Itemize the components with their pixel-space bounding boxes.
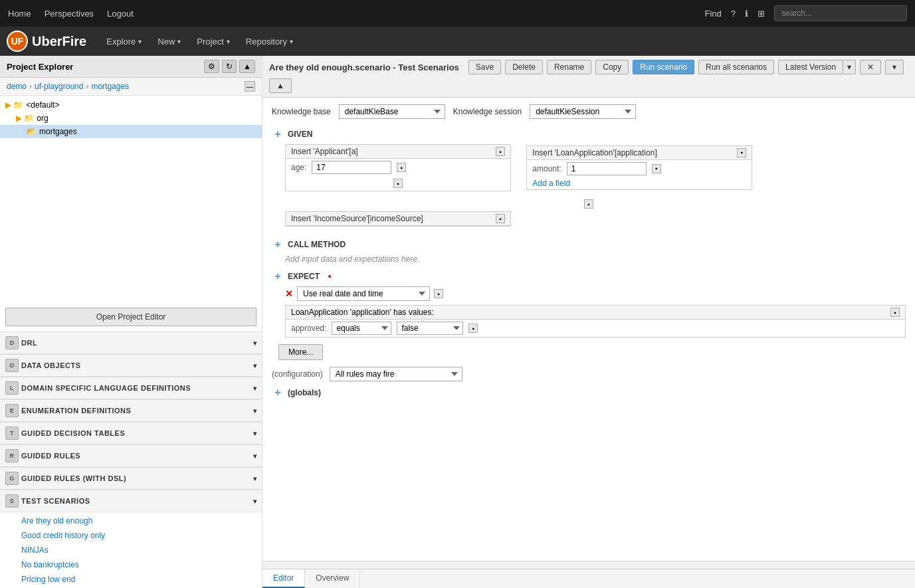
data-objects-arrow-icon: ▾ — [253, 362, 257, 369]
income-source-remove-btn[interactable]: ▪ — [496, 214, 505, 223]
tab-overview[interactable]: Overview — [305, 569, 360, 588]
run-scenario-btn[interactable]: Run scenario — [633, 60, 694, 74]
operator-select[interactable]: equals — [332, 322, 391, 335]
guided-rules-dsl-section-header[interactable]: G GUIDED RULES (WITH DSL) ▾ — [0, 468, 262, 490]
expect-label: + EXPECT ▪ — [272, 270, 906, 282]
content-title: Are they old enough.scenario - Test Scen… — [269, 62, 459, 72]
between-blocks-btn[interactable]: ▪ — [584, 199, 593, 209]
nav-info-icon[interactable]: ℹ — [745, 9, 748, 19]
guided-dt-section-header[interactable]: T GUIDED DECISION TABLES ▾ — [0, 423, 262, 444]
given-add-btn[interactable]: + — [272, 128, 284, 140]
age-label: age: — [291, 163, 306, 172]
between-blocks-btn-row: ▪ — [272, 199, 906, 209]
save-btn[interactable]: Save — [468, 60, 501, 74]
expect-type-select[interactable]: Use real date and time — [297, 286, 430, 301]
dsl-section-header[interactable]: L DOMAIN SPECIFIC LANGUAGE DEFINITIONS ▾ — [0, 377, 262, 399]
horizontal-scrollbar[interactable] — [262, 561, 915, 569]
new-arrow-icon: ▾ — [177, 38, 181, 45]
tree-mortgages-label: mortgages — [39, 127, 77, 136]
age-row: age: ▪ — [286, 159, 510, 176]
approved-remove-btn[interactable]: ▪ — [468, 324, 478, 333]
copy-btn[interactable]: Copy — [595, 60, 629, 74]
tree-default-folder[interactable]: ▶ 📁 <default> — [0, 98, 262, 112]
scenario-item-4[interactable]: Pricing low end — [0, 572, 262, 587]
dsl-icon: L — [5, 381, 19, 395]
amount-remove-btn[interactable]: ▪ — [652, 164, 661, 173]
latest-version-arrow-btn[interactable]: ▾ — [843, 60, 856, 74]
breadcrumb-mortgages[interactable]: mortgages — [91, 82, 129, 91]
breadcrumb-demo[interactable]: demo — [7, 82, 27, 91]
sidebar-settings-btn[interactable]: ⚙ — [204, 60, 219, 73]
add-input-hint: Add input data and expectations here. — [285, 254, 906, 264]
sidebar-refresh-btn[interactable]: ↻ — [222, 60, 237, 73]
loan-application-given-remove-btn[interactable]: ▪ — [737, 148, 746, 157]
repository-menu[interactable]: Repository ▾ — [239, 33, 300, 50]
maximize-btn[interactable]: ▲ — [269, 78, 292, 93]
configuration-label: (configuration) — [272, 369, 323, 379]
breadcrumb-sep1: › — [29, 82, 32, 91]
nav-logout[interactable]: Logout — [107, 9, 134, 19]
latest-version-btn[interactable]: Latest Version — [778, 60, 843, 74]
new-menu[interactable]: New ▾ — [151, 33, 187, 50]
configuration-select[interactable]: All rules may fire — [330, 367, 462, 381]
run-all-btn[interactable]: Run all scenarios — [698, 60, 774, 74]
rename-btn[interactable]: Rename — [547, 60, 591, 74]
scroll-down-btn[interactable]: ▾ — [885, 60, 904, 74]
scenario-item-2[interactable]: NINJAs — [0, 543, 262, 557]
version-btn-group: Latest Version ▾ — [778, 60, 856, 74]
guided-rules-dsl-arrow-icon: ▾ — [253, 475, 257, 482]
more-btn[interactable]: More... — [278, 344, 323, 360]
sidebar-collapse-btn[interactable]: ▲ — [239, 60, 255, 73]
add-field-link[interactable]: Add a field — [527, 177, 752, 189]
search-input[interactable] — [774, 5, 907, 21]
loan-application-expect-block: LoanApplication 'application' has values… — [285, 305, 906, 338]
amount-input[interactable] — [567, 162, 647, 175]
call-method-add-btn[interactable]: + — [272, 239, 284, 250]
project-tree: ▶ 📁 <default> ▶ 📁 org 📂 mortgages — [0, 96, 262, 302]
age-remove-btn[interactable]: ▪ — [397, 163, 406, 172]
close-btn[interactable]: ✕ — [860, 60, 881, 74]
scenario-item-0[interactable]: Are they old enough — [0, 514, 262, 528]
expect-remove-btn[interactable]: ▪ — [324, 270, 336, 282]
globals-add-btn[interactable]: + — [272, 387, 284, 399]
value-select[interactable]: false — [397, 322, 463, 335]
tree-mortgages-folder[interactable]: 📂 mortgages — [0, 125, 262, 138]
breadcrumb-collapse-btn[interactable]: — — [245, 81, 255, 92]
guided-dt-icon: T — [5, 427, 19, 440]
knowledge-session-select[interactable]: defaultKieSession — [530, 104, 636, 119]
explore-menu[interactable]: Explore ▾ — [100, 33, 148, 50]
expect-add-btn[interactable]: + — [272, 270, 284, 282]
loan-application-given-title: Insert 'LoanApplication'[application] — [532, 148, 657, 157]
guided-rules-label: GUIDED RULES — [21, 452, 80, 460]
nav-find[interactable]: Find — [704, 9, 721, 19]
expect-select-remove-btn[interactable]: ▪ — [434, 289, 443, 298]
applicant-add-field-btn[interactable]: ▪ — [393, 179, 403, 188]
main-content: Are they old enough.scenario - Test Scen… — [262, 56, 915, 588]
delete-btn[interactable]: Delete — [505, 60, 543, 74]
tree-org-folder[interactable]: ▶ 📁 org — [0, 112, 262, 125]
project-menu[interactable]: Project ▾ — [190, 33, 236, 50]
age-input[interactable] — [312, 161, 391, 174]
guided-rules-section-header[interactable]: R GUIDED RULES ▾ — [0, 445, 262, 467]
loan-expect-remove-btn[interactable]: ▪ — [890, 308, 900, 317]
knowledge-base-select[interactable]: defaultKieBase — [339, 104, 445, 119]
nav-grid-icon[interactable]: ⊞ — [758, 9, 765, 19]
guided-rules-dsl-label: GUIDED RULES (WITH DSL) — [21, 474, 126, 482]
enum-section-header[interactable]: E ENUMERATION DEFINITIONS ▾ — [0, 400, 262, 422]
applicant-center-row: ▪ — [286, 179, 510, 188]
breadcrumb-uf-playground[interactable]: uf-playground — [35, 82, 83, 91]
applicant-remove-btn[interactable]: ▪ — [496, 147, 505, 156]
scenario-item-3[interactable]: No bankruptcies — [0, 557, 262, 572]
expect-select-row: ✕ Use real date and time ▪ — [285, 286, 906, 301]
data-objects-section-header[interactable]: O DATA OBJECTS ▾ — [0, 355, 262, 377]
given-section: + GIVEN Insert 'Applicant'[a] ▪ age: ▪ — [272, 128, 906, 232]
nav-home[interactable]: Home — [8, 9, 31, 19]
test-scenarios-section-header[interactable]: S TEST SCENARIOS ▾ — [0, 490, 262, 512]
nav-perspectives[interactable]: Perspectives — [45, 9, 94, 19]
call-method-text: CALL METHOD — [288, 240, 346, 249]
drl-section-header[interactable]: D DRL ▾ — [0, 332, 262, 354]
tab-editor[interactable]: Editor — [262, 569, 305, 588]
open-project-editor-btn[interactable]: Open Project Editor — [5, 308, 256, 326]
nav-help-icon[interactable]: ? — [731, 9, 736, 19]
scenario-item-1[interactable]: Good credit history only — [0, 528, 262, 543]
